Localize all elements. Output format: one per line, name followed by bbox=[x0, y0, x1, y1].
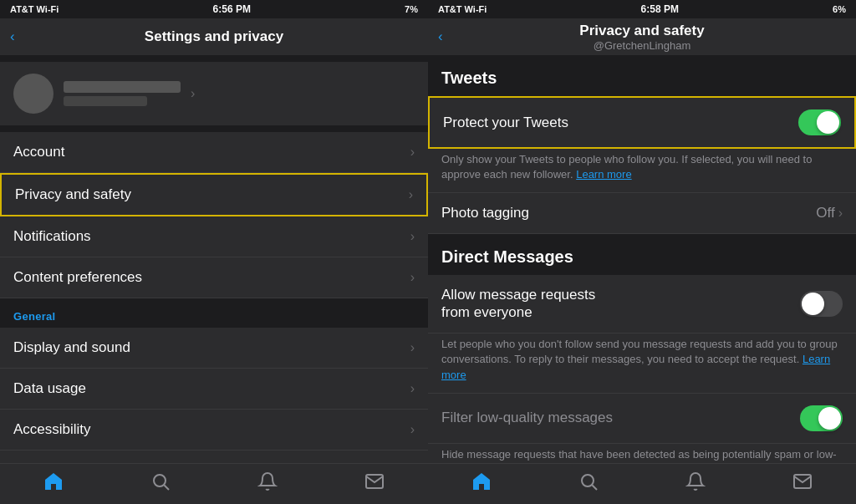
notifications-label: Notifications bbox=[13, 228, 91, 245]
photo-tagging-label: Photo tagging bbox=[441, 205, 816, 221]
right-tab-home[interactable] bbox=[471, 471, 492, 496]
filter-low-quality-label: Filter low-quality messages bbox=[441, 410, 800, 426]
left-phone-panel: AT&T Wi-Fi 6:56 PM 7% ‹ Settings and pri… bbox=[0, 0, 428, 504]
protect-tweets-toggle[interactable] bbox=[798, 109, 841, 135]
profile-info bbox=[64, 81, 181, 106]
settings-item-data[interactable]: Data usage › bbox=[0, 369, 428, 410]
right-tab-bar bbox=[428, 463, 856, 504]
privacy-chevron: › bbox=[409, 187, 413, 202]
left-carrier: AT&T Wi-Fi bbox=[10, 4, 59, 14]
left-time: 6:56 PM bbox=[213, 3, 251, 15]
left-nav-bar: ‹ Settings and privacy bbox=[0, 18, 428, 55]
svg-point-0 bbox=[154, 475, 166, 486]
photo-tagging-value: Off bbox=[816, 205, 834, 221]
settings-item-privacy[interactable]: Privacy and safety › bbox=[0, 173, 428, 216]
right-content: Tweets Protect your Tweets Only show you… bbox=[428, 55, 856, 463]
tab-notifications[interactable] bbox=[257, 471, 278, 496]
accessibility-chevron: › bbox=[410, 422, 415, 437]
svg-line-1 bbox=[165, 486, 170, 491]
right-carrier: AT&T Wi-Fi bbox=[438, 4, 487, 14]
accessibility-label: Accessibility bbox=[13, 421, 91, 438]
profile-name bbox=[64, 81, 181, 93]
right-phone-panel: AT&T Wi-Fi 6:58 PM 6% ‹ Privacy and safe… bbox=[428, 0, 856, 504]
protect-tweets-row[interactable]: Protect your Tweets bbox=[428, 96, 856, 149]
photo-tagging-row[interactable]: Photo tagging Off › bbox=[428, 193, 856, 234]
allow-message-description: Let people who you don't follow send you… bbox=[428, 333, 856, 394]
allow-message-row[interactable]: Allow message requestsfrom everyone bbox=[428, 275, 856, 333]
settings-item-about[interactable]: About Twitter › bbox=[0, 451, 428, 463]
svg-line-3 bbox=[593, 486, 598, 491]
account-chevron: › bbox=[410, 145, 415, 160]
right-nav-title: Privacy and safety bbox=[579, 23, 704, 39]
dm-section-title: Direct Messages bbox=[428, 234, 856, 275]
protect-tweets-description: Only show your Tweets to people who foll… bbox=[428, 149, 856, 193]
tab-search[interactable] bbox=[150, 471, 171, 496]
display-label: Display and sound bbox=[13, 339, 130, 356]
notifications-chevron: › bbox=[410, 229, 415, 244]
left-tab-bar bbox=[0, 463, 428, 504]
allow-message-toggle[interactable] bbox=[800, 291, 843, 317]
left-status-bar: AT&T Wi-Fi 6:56 PM 7% bbox=[0, 0, 428, 18]
allow-message-knob bbox=[802, 293, 824, 315]
protect-tweets-knob bbox=[817, 111, 839, 134]
tweets-section-title: Tweets bbox=[428, 55, 856, 96]
protect-learn-more-link[interactable]: Learn more bbox=[576, 168, 631, 181]
filter-low-quality-toggle[interactable] bbox=[800, 405, 843, 431]
profile-section[interactable]: › bbox=[0, 62, 428, 125]
right-status-bar: AT&T Wi-Fi 6:58 PM 6% bbox=[428, 0, 856, 18]
filter-low-quality-row[interactable]: Filter low-quality messages bbox=[428, 394, 856, 444]
tab-home[interactable] bbox=[43, 471, 64, 496]
photo-tagging-chevron: › bbox=[838, 206, 843, 221]
right-nav-subtitle: @GretchenLingham bbox=[594, 39, 691, 52]
general-section-header: General bbox=[13, 310, 56, 323]
right-tab-notifications[interactable] bbox=[685, 471, 706, 496]
settings-item-accessibility[interactable]: Accessibility › bbox=[0, 410, 428, 451]
general-section-gap: General bbox=[0, 298, 428, 328]
svg-point-2 bbox=[582, 475, 594, 486]
allow-message-label: Allow message requestsfrom everyone bbox=[441, 287, 800, 321]
right-tab-messages[interactable] bbox=[792, 471, 813, 496]
privacy-label: Privacy and safety bbox=[15, 186, 131, 203]
filter-low-quality-knob bbox=[818, 407, 841, 430]
left-nav-title: Settings and privacy bbox=[145, 28, 283, 45]
account-label: Account bbox=[13, 144, 64, 160]
right-back-button[interactable]: ‹ bbox=[438, 28, 443, 45]
protect-tweets-label: Protect your Tweets bbox=[443, 115, 798, 131]
left-settings-list: › Account › Privacy and safety › Notific… bbox=[0, 55, 428, 463]
settings-item-account[interactable]: Account › bbox=[0, 132, 428, 173]
tab-messages[interactable] bbox=[364, 471, 385, 496]
data-chevron: › bbox=[410, 381, 415, 396]
settings-item-display[interactable]: Display and sound › bbox=[0, 328, 428, 369]
settings-item-notifications[interactable]: Notifications › bbox=[0, 216, 428, 257]
filter-low-quality-description: Hide message requests that have been det… bbox=[428, 444, 856, 463]
profile-handle bbox=[64, 96, 147, 106]
content-chevron: › bbox=[410, 270, 415, 285]
profile-chevron: › bbox=[191, 86, 195, 101]
data-label: Data usage bbox=[13, 380, 86, 397]
profile-avatar bbox=[13, 74, 54, 114]
settings-item-content[interactable]: Content preferences › bbox=[0, 257, 428, 298]
left-battery: 7% bbox=[405, 4, 418, 14]
display-chevron: › bbox=[410, 340, 415, 355]
right-nav-bar: ‹ Privacy and safety @GretchenLingham bbox=[428, 18, 856, 55]
right-time: 6:58 PM bbox=[641, 3, 679, 15]
right-tab-search[interactable] bbox=[578, 471, 599, 496]
content-label: Content preferences bbox=[13, 269, 142, 286]
right-battery: 6% bbox=[833, 4, 846, 14]
left-back-button[interactable]: ‹ bbox=[10, 28, 15, 45]
